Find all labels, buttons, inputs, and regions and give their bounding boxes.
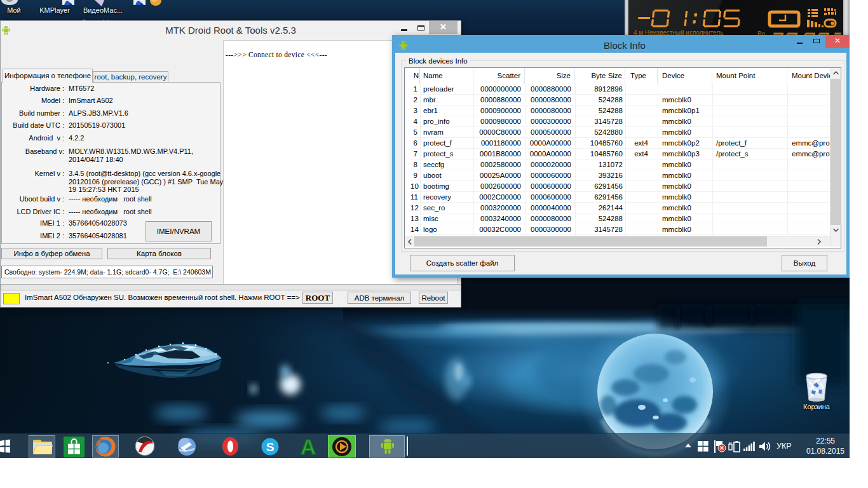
svg-text:A: A xyxy=(301,435,316,458)
svg-text:S: S xyxy=(266,440,275,454)
